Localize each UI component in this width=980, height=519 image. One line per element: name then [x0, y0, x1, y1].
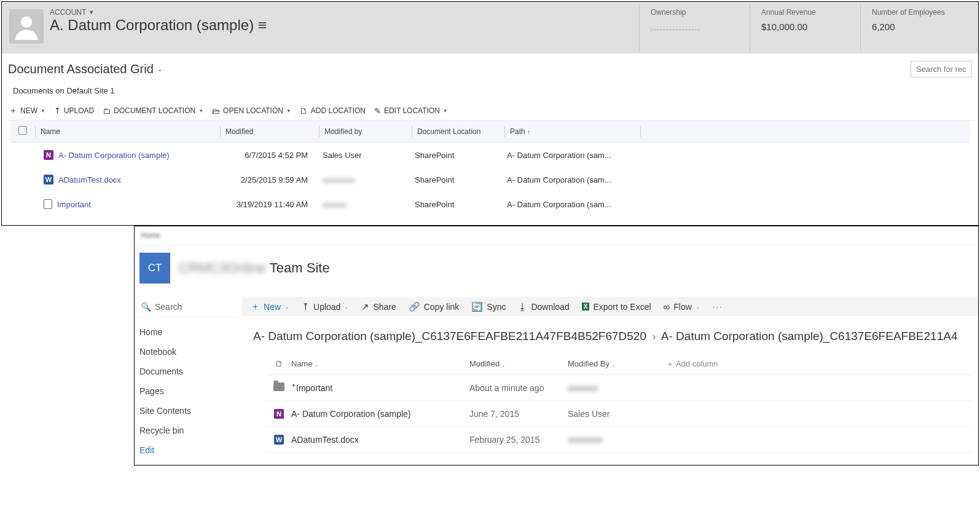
sidebar-item-edit[interactable]: Edit [138, 440, 238, 460]
sp-download-button[interactable]: ⭳Download [518, 301, 569, 312]
upload-button[interactable]: ⤒UPLOAD [54, 105, 94, 116]
folder-open-icon: 🗁 [212, 106, 220, 116]
chevron-down-icon: ▼ [443, 108, 448, 114]
file-link[interactable]: ADatumTest.docx [58, 175, 121, 184]
sort-asc-icon: ↑ [527, 129, 530, 135]
table-row[interactable]: NA- Datum Corporation (sample) 6/7/2015 … [10, 143, 970, 167]
sp-add-column[interactable]: ＋ Add column [666, 359, 718, 370]
sp-search[interactable]: 🔍 Search [138, 297, 238, 317]
cell-modified: About a minute ago [469, 383, 568, 393]
svg-point-0 [21, 17, 32, 28]
sp-col-name[interactable]: Name⌄ [291, 359, 469, 368]
file-name[interactable]: A- Datum Corporation (sample) [291, 409, 469, 419]
list-icon[interactable] [259, 21, 266, 30]
sp-topnav-item[interactable]: Home [141, 231, 160, 240]
col-modified[interactable]: Modified [221, 127, 319, 136]
sp-main: ＋New⌄ ⤒Upload⌄ ↗Share 🔗Copy link 🔄Sync ⭳… [242, 297, 978, 465]
chevron-down-icon: ⌄ [696, 304, 700, 310]
list-item[interactable]: W ADatumTest.docx February 25, 2015 xxxx… [267, 427, 971, 453]
search-input[interactable] [911, 61, 972, 77]
onenote-icon: N [274, 409, 284, 419]
stat-ownership: Ownership [639, 4, 750, 51]
cell-location: SharePoint [410, 175, 502, 184]
sp-excel-button[interactable]: XExport to Excel [582, 302, 651, 312]
ownership-value-empty[interactable] [651, 22, 700, 30]
sp-col-modified[interactable]: Modified⌄ [469, 359, 568, 368]
excel-icon: X [582, 303, 590, 311]
breadcrumb-part[interactable]: A- Datum Corporation (sample)_C6137E6FEA… [253, 330, 646, 343]
sp-share-button[interactable]: ↗Share [361, 301, 396, 312]
sidebar-item-pages[interactable]: Pages [138, 381, 238, 401]
col-doc-location[interactable]: Document Location [412, 127, 504, 136]
col-modified-by[interactable]: Modified by [319, 127, 412, 136]
sp-more-button[interactable]: ··· [713, 302, 723, 311]
site-tile: CT [139, 253, 170, 283]
search-icon: 🔍 [141, 302, 151, 312]
file-name[interactable]: ADatumTest.docx [291, 435, 469, 445]
list-item[interactable]: N A- Datum Corporation (sample) June 7, … [267, 401, 971, 427]
upload-icon: ⤒ [302, 301, 310, 312]
cell-modified: 6/7/2015 4:52 PM [219, 151, 318, 160]
folder-icon [273, 382, 284, 391]
sidebar-item-notebook[interactable]: Notebook [138, 342, 238, 362]
list-item[interactable]: ✦Important About a minute ago xxxxxxx [267, 375, 971, 401]
col-name[interactable]: Name [36, 127, 220, 136]
sidebar-item-recycle-bin[interactable]: Recycle bin [138, 421, 238, 440]
document-location-button[interactable]: 🗀DOCUMENT LOCATION▼ [103, 105, 203, 116]
table-row[interactable]: Important 3/19/2019 11:40 AM xxxxxx Shar… [10, 192, 970, 216]
crm-app-frame: ACCOUNT ▼ A. Datum Corporation (sample) … [1, 1, 979, 226]
sidebar-item-documents[interactable]: Documents [138, 362, 238, 381]
sp-grid-header: 🗋 Name⌄ Modified⌄ Modified By⌄ ＋ Add col… [267, 353, 971, 375]
sidebar-item-home[interactable]: Home [138, 322, 238, 342]
upload-icon: ⤒ [54, 106, 61, 116]
crm-record-header: ACCOUNT ▼ A. Datum Corporation (sample) … [2, 2, 978, 53]
chevron-down-icon: ⌄ [344, 304, 349, 310]
col-path[interactable]: Path ↑ [505, 127, 640, 136]
stat-revenue: Annual Revenue $10,000.00 [750, 4, 860, 51]
cell-modified-by: Sales User [318, 151, 410, 160]
file-name[interactable]: Important [296, 383, 332, 393]
cell-modified: February 25, 2015 [469, 435, 568, 445]
share-icon: ↗ [361, 301, 369, 312]
chevron-down-icon: ⌄ [501, 362, 506, 368]
chevron-down-icon: ⌄ [157, 66, 162, 73]
table-row[interactable]: WADatumTest.docx 2/25/2015 9:59 AM xxxxx… [10, 167, 970, 192]
edit-icon: ✎ [374, 106, 381, 116]
subgrid-title[interactable]: Document Associated Grid ⌄ [8, 62, 162, 76]
new-button[interactable]: ＋NEW▼ [9, 105, 45, 116]
chevron-down-icon: ▼ [41, 108, 45, 114]
sp-flow-button[interactable]: ∞Flow⌄ [664, 301, 700, 312]
record-name: A. Datum Corporation (sample) [50, 17, 639, 34]
word-icon: W [44, 175, 53, 184]
cell-modified-by: Sales User [568, 409, 666, 419]
cell-modified-by: xxxxxxxx [318, 175, 410, 184]
documents-site-label: Documents on Default Site 1 [2, 80, 978, 101]
cell-path: A- Datum Corporation (sam... [502, 200, 637, 209]
cell-location: SharePoint [410, 151, 502, 160]
flow-icon: ∞ [664, 301, 670, 312]
sp-upload-button[interactable]: ⤒Upload⌄ [302, 301, 349, 312]
cell-path: A- Datum Corporation (sam... [502, 175, 637, 184]
sp-breadcrumb: A- Datum Corporation (sample)_C6137E6FEA… [242, 316, 978, 347]
sp-col-modified-by[interactable]: Modified By⌄ [568, 359, 666, 368]
edit-location-button[interactable]: ✎EDIT LOCATION▼ [374, 105, 448, 116]
plus-icon: ＋ [9, 105, 17, 116]
sidebar-item-site-contents[interactable]: Site Contents [138, 401, 238, 421]
chevron-right-icon: › [652, 330, 656, 343]
sp-new-button[interactable]: ＋New⌄ [251, 301, 289, 312]
cell-modified-by: xxxxxx [318, 200, 410, 209]
file-type-icon: 🗋 [275, 359, 283, 368]
file-link[interactable]: A- Datum Corporation (sample) [58, 151, 170, 160]
cell-path: A- Datum Corporation (sam... [502, 151, 637, 160]
select-all-checkbox[interactable] [18, 126, 27, 135]
add-location-button[interactable]: 🗋ADD LOCATION [300, 105, 366, 116]
sp-copylink-button[interactable]: 🔗Copy link [409, 301, 460, 312]
breadcrumb-part[interactable]: A- Datum Corporation (sample)_C6137E6FEA… [661, 330, 958, 343]
chevron-down-icon: ⌄ [315, 362, 319, 368]
file-link[interactable]: Important [57, 200, 91, 209]
entity-type-label[interactable]: ACCOUNT ▼ [50, 4, 639, 17]
sp-sync-button[interactable]: 🔄Sync [471, 301, 506, 312]
open-location-button[interactable]: 🗁OPEN LOCATION▼ [212, 105, 291, 116]
site-name[interactable]: CRMC3Online Team Site [179, 260, 330, 276]
cell-modified-by: xxxxxxx [568, 383, 666, 393]
